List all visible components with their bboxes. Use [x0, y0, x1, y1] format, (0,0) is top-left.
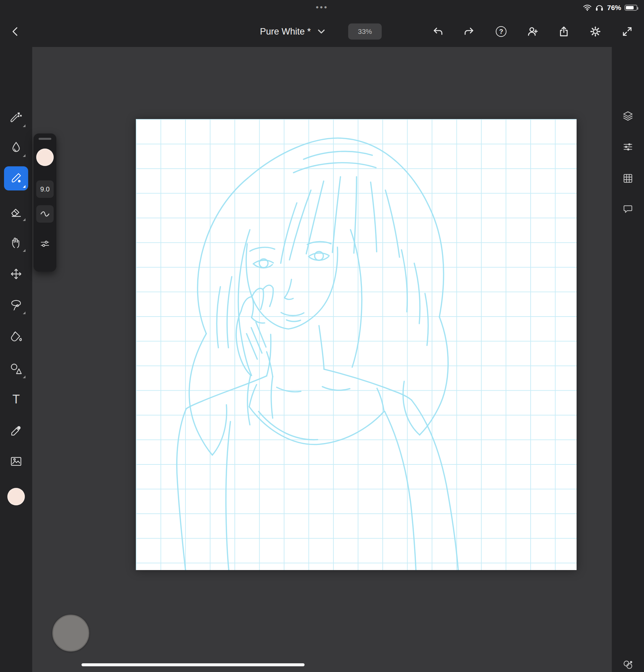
- sketch-artwork: [136, 119, 576, 570]
- document-title-menu[interactable]: Pure White *: [260, 22, 325, 41]
- water-drop-brush-icon: [10, 141, 23, 154]
- invite-button[interactable]: [523, 22, 542, 41]
- right-toolbar: [612, 47, 644, 672]
- wifi-icon: [583, 4, 592, 11]
- share-button[interactable]: [554, 22, 573, 41]
- color-harmony-button[interactable]: [619, 656, 637, 672]
- drawing-canvas[interactable]: [136, 119, 576, 570]
- brush-settings-button[interactable]: [40, 239, 50, 249]
- tool-live-brush[interactable]: [4, 135, 28, 160]
- panel-drag-handle[interactable]: [38, 138, 51, 140]
- tool-options-panel: 9.0: [34, 133, 56, 272]
- tool-vector-brush[interactable]: [4, 166, 28, 191]
- eraser-icon: [10, 205, 23, 218]
- shapes-icon: [10, 362, 23, 375]
- expand-icon: [621, 26, 633, 37]
- chevron-down-icon: [318, 28, 325, 35]
- document-title: Pure White *: [260, 26, 311, 37]
- left-toolbar: T: [0, 47, 32, 672]
- grid-button[interactable]: [619, 169, 637, 188]
- tool-settings-button[interactable]: [619, 137, 637, 156]
- sliders-icon: [40, 239, 50, 249]
- tool-eyedropper[interactable]: [4, 419, 28, 443]
- add-person-icon: [527, 26, 538, 37]
- brush-size-control[interactable]: 9.0: [36, 180, 53, 198]
- tool-fill[interactable]: [4, 325, 28, 349]
- headphones-icon: [595, 4, 604, 11]
- tool-shapes[interactable]: [4, 357, 28, 381]
- brush-color-swatch[interactable]: [36, 148, 53, 166]
- smoothing-wave-icon: [40, 209, 50, 219]
- pixel-brush-icon: [10, 111, 23, 124]
- redo-button[interactable]: [460, 22, 478, 41]
- window-handle-dots[interactable]: •••: [0, 1, 644, 14]
- battery-icon: [624, 5, 637, 11]
- battery-nub: [637, 7, 638, 10]
- tool-eraser[interactable]: [4, 200, 28, 224]
- text-tool-icon: T: [12, 393, 20, 405]
- tool-pixel-brush[interactable]: [4, 106, 28, 130]
- color-harmony-icon: [622, 659, 634, 671]
- gear-icon: [590, 26, 601, 37]
- vector-brush-icon: [10, 172, 23, 185]
- comment-bubble-icon: [622, 203, 634, 215]
- home-indicator[interactable]: [82, 663, 305, 666]
- help-glyph: ?: [499, 28, 503, 36]
- redo-icon: [463, 26, 475, 37]
- undo-icon: [432, 26, 444, 37]
- status-bar: 76%: [583, 2, 637, 13]
- color-swatch[interactable]: [8, 488, 25, 505]
- eyedropper-icon: [10, 424, 23, 437]
- app-header: ••• 76% Pure White * 33%: [0, 0, 644, 47]
- smoothing-control[interactable]: [36, 205, 53, 223]
- help-icon: ?: [496, 26, 506, 37]
- touch-shortcut-button[interactable]: [52, 615, 89, 651]
- adjust-sliders-icon: [622, 141, 634, 153]
- tool-smudge[interactable]: [4, 230, 28, 254]
- tool-selection[interactable]: [4, 293, 28, 317]
- chevron-left-icon: [10, 26, 21, 37]
- tool-text[interactable]: T: [4, 387, 28, 411]
- battery-percent: 76%: [607, 4, 621, 12]
- grid-icon: [622, 173, 634, 184]
- move-arrows-icon: [10, 267, 23, 280]
- zoom-level-badge[interactable]: 33%: [348, 23, 382, 39]
- tool-place-image[interactable]: [4, 449, 28, 473]
- workspace: [32, 47, 612, 672]
- image-icon: [10, 455, 23, 468]
- paint-bucket-icon: [10, 330, 23, 343]
- back-button[interactable]: [6, 22, 25, 41]
- smudge-finger-icon: [10, 236, 23, 249]
- battery-fill: [626, 6, 634, 9]
- lasso-icon: [10, 298, 23, 311]
- share-icon: [558, 26, 570, 37]
- undo-button[interactable]: [429, 22, 448, 41]
- settings-button[interactable]: [586, 22, 605, 41]
- layers-button[interactable]: [619, 107, 637, 125]
- layers-icon: [622, 110, 634, 122]
- tool-transform[interactable]: [4, 262, 28, 286]
- comment-button[interactable]: [619, 200, 637, 218]
- brush-size-value: 9.0: [40, 185, 50, 193]
- help-button[interactable]: ?: [492, 22, 511, 41]
- fullscreen-button[interactable]: [618, 22, 636, 41]
